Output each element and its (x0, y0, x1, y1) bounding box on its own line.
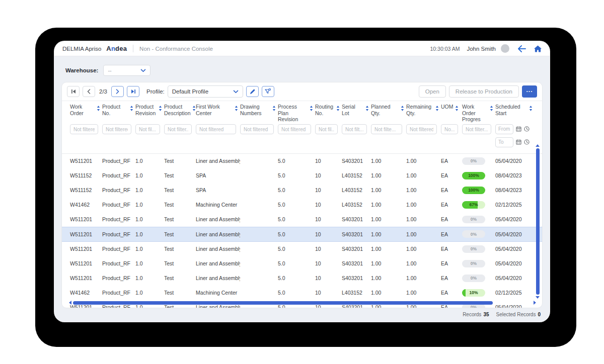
open-button[interactable]: Open (419, 85, 446, 98)
scroll-down-icon[interactable] (536, 296, 540, 299)
first-page-button[interactable] (67, 86, 80, 97)
column-header[interactable]: Product No. (102, 104, 135, 116)
filter-input[interactable] (462, 124, 491, 134)
release-to-production-button[interactable]: Release to Production (449, 85, 519, 98)
sort-icon[interactable] (336, 104, 340, 113)
cell-progress: 67% (462, 201, 495, 209)
table-row[interactable]: W511201Product_RF1.0TestLiner and Assemb… (62, 227, 542, 242)
filter-settings-button[interactable] (262, 86, 274, 97)
filter-input[interactable] (315, 124, 338, 134)
cell-remaining-qty: 1.00 (406, 246, 441, 252)
filter-input[interactable] (70, 124, 98, 134)
date-from-input[interactable] (495, 124, 513, 134)
column-header[interactable]: Work Order Progres (462, 104, 495, 123)
sort-icon[interactable] (529, 104, 533, 113)
clock-icon[interactable] (524, 125, 530, 134)
clock-icon[interactable] (524, 138, 530, 147)
sort-icon[interactable] (235, 104, 238, 113)
cell-product-no: Product_RF (102, 172, 135, 178)
filter-input[interactable] (371, 124, 402, 134)
cell-product-no: Product_RF (102, 231, 135, 237)
column-header[interactable]: Work Order (70, 104, 102, 116)
sort-icon[interactable] (455, 104, 459, 113)
date-to-input[interactable] (495, 137, 513, 147)
sort-icon[interactable] (192, 104, 196, 113)
table-row[interactable]: W511201Product_RF1.0TestLiner and Assemb… (62, 271, 542, 286)
cell-serial-lot: L403152 (342, 202, 371, 208)
table-row[interactable]: W41462Product_RF1.0TestMachining Center5… (62, 198, 542, 212)
column-header[interactable]: UOM (441, 104, 462, 113)
column-header[interactable]: Planned Qty. (371, 104, 406, 116)
sort-icon[interactable] (272, 104, 276, 113)
calendar-icon[interactable] (516, 138, 521, 147)
table-row[interactable]: W511152Product_RF1.0TestSPA5.010L4031521… (62, 168, 542, 183)
avatar[interactable] (501, 44, 509, 53)
column-header[interactable]: Product Description (164, 104, 196, 116)
vertical-scrollbar-thumb[interactable] (536, 148, 540, 295)
column-header[interactable]: First Work Center (196, 104, 240, 116)
filter-cell (135, 124, 164, 150)
grid-filter-row (62, 123, 542, 154)
column-header-label: Scheduled Start (495, 104, 527, 116)
filter-input[interactable] (278, 124, 311, 134)
column-header[interactable]: Scheduled Start (495, 104, 535, 116)
cell-product-revision: 1.0 (135, 158, 164, 164)
edit-profile-button[interactable] (246, 86, 259, 97)
column-header-label: First Work Center (196, 104, 233, 116)
table-row[interactable]: W511201Product_RF1.0TestLiner and Assemb… (62, 256, 542, 271)
scroll-right-icon[interactable] (534, 301, 536, 305)
table-row[interactable]: W511152Product_RF1.0TestSPA5.010L4031521… (62, 183, 542, 198)
sort-icon[interactable] (130, 104, 133, 113)
home-icon[interactable] (534, 45, 542, 52)
table-row[interactable]: W511201Product_RF1.0TestLiner and Assemb… (62, 212, 542, 227)
filter-input[interactable] (342, 124, 367, 134)
sort-icon[interactable] (310, 104, 313, 113)
sort-icon[interactable] (97, 104, 100, 113)
filter-input[interactable] (441, 124, 458, 134)
table-row[interactable]: W511201Product_RF1.0TestLiner and Assemb… (62, 242, 542, 256)
vertical-scrollbar[interactable] (536, 144, 540, 299)
cell-serial-lot: S403201 (342, 246, 371, 252)
sort-icon[interactable] (401, 104, 404, 113)
filter-input[interactable] (102, 124, 131, 134)
filter-input[interactable] (196, 124, 236, 134)
cell-scheduled-start: 05/04/2020 (495, 260, 535, 266)
column-header[interactable]: Product Revision (135, 104, 164, 116)
horizontal-scrollbar-track[interactable] (73, 301, 529, 305)
sort-icon[interactable] (365, 104, 369, 113)
scroll-up-icon[interactable] (536, 144, 540, 147)
column-header[interactable]: Process Plan Revision (278, 104, 315, 123)
next-page-button[interactable] (111, 86, 124, 97)
column-header[interactable]: Routing No. (315, 104, 342, 116)
filter-input[interactable] (135, 124, 160, 134)
profile-select[interactable]: Default Profile (168, 85, 243, 98)
filter-input[interactable] (406, 124, 437, 134)
column-header[interactable]: Drawing Numbers (240, 104, 278, 116)
cell-product-description: Test (164, 158, 196, 164)
table-row[interactable]: W41462Product_RF1.0TestMachining Center5… (62, 286, 542, 300)
horizontal-scrollbar[interactable] (69, 301, 529, 305)
cell-product-revision: 1.0 (135, 260, 164, 266)
filter-input[interactable] (240, 124, 274, 134)
last-page-button[interactable] (127, 86, 139, 97)
scroll-left-icon[interactable] (69, 301, 71, 305)
sort-icon[interactable] (490, 104, 493, 113)
warehouse-select[interactable]: -- (103, 65, 150, 76)
table-row[interactable]: W511201Product_RF1.0TestLiner and Assemb… (62, 154, 542, 168)
sort-icon[interactable] (435, 104, 439, 113)
more-actions-button[interactable]: ... (522, 85, 537, 98)
column-header[interactable]: Remaining Qty. (406, 104, 441, 116)
cell-uom: EA (441, 246, 462, 252)
cell-first-work-center: Liner and Assembly (196, 260, 240, 266)
filter-cell (406, 124, 441, 150)
cell-remaining-qty: 1.00 (406, 216, 441, 222)
horizontal-scrollbar-thumb[interactable] (73, 301, 493, 305)
back-arrow-icon[interactable] (517, 45, 526, 52)
previous-page-button[interactable] (83, 86, 95, 97)
column-header-label: Product Revision (135, 104, 157, 116)
cell-work-order: W511201 (70, 304, 102, 308)
filter-input[interactable] (164, 124, 192, 134)
column-header[interactable]: Serial Lot (342, 104, 371, 116)
calendar-icon[interactable] (516, 125, 521, 134)
sort-icon[interactable] (159, 104, 162, 113)
